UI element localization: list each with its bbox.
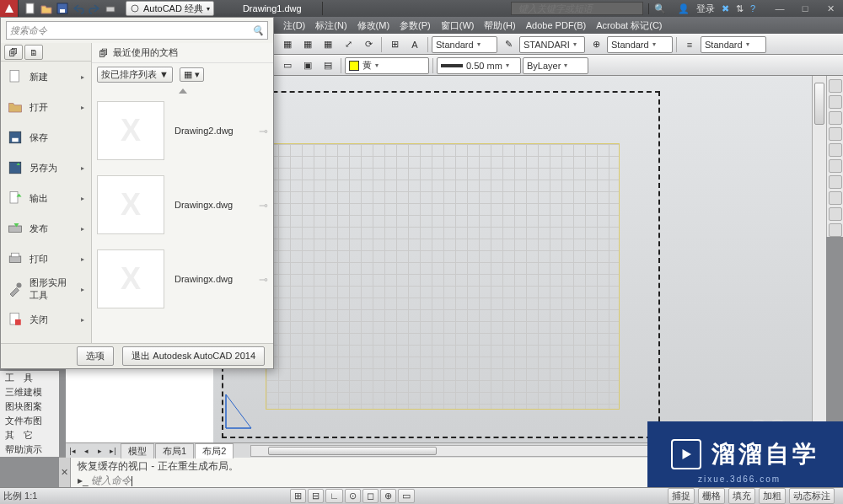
menu-save[interactable]: 保存 — [1, 122, 91, 153]
sort-selector[interactable]: 按已排序列表 ▼ — [97, 67, 173, 83]
tool-icon[interactable] — [829, 95, 842, 109]
tool-icon[interactable] — [829, 175, 842, 189]
menu-publish[interactable]: 发布▸ — [1, 213, 91, 244]
list-item[interactable]: 工 具 — [0, 371, 59, 385]
menu-annotate[interactable]: 标注(N) — [310, 18, 352, 34]
status-toggle[interactable]: ⊞ — [290, 489, 306, 503]
menu-window[interactable]: 窗口(W) — [436, 18, 480, 34]
view-selector[interactable]: ▦ ▾ — [180, 67, 204, 82]
lineweight-selector[interactable]: 0.50 mm▾ — [437, 57, 521, 74]
new-icon[interactable] — [24, 2, 37, 15]
tool-icon[interactable] — [829, 159, 842, 173]
tab-layout1[interactable]: 布局1 — [155, 443, 194, 458]
scroll-up[interactable] — [97, 85, 268, 94]
status-toggle[interactable]: ⊙ — [345, 489, 361, 503]
tool-icon[interactable]: ▭ — [278, 57, 297, 74]
open-docs-toggle[interactable]: 🗎 — [24, 45, 43, 60]
menu-close[interactable]: 关闭▸ — [1, 304, 91, 335]
vertical-scrollbar[interactable] — [812, 76, 826, 458]
tool-icon[interactable]: ▦ — [319, 36, 337, 53]
tab-prev[interactable]: ◂ — [79, 444, 93, 458]
help-search-input[interactable] — [511, 2, 643, 15]
status-toggle[interactable]: ▭ — [398, 489, 415, 503]
tool-icon[interactable]: ⊞ — [385, 36, 404, 53]
menu-param[interactable]: 参数(P) — [395, 18, 436, 34]
status-label[interactable]: 动态标注 — [789, 488, 835, 504]
tool-icon[interactable]: ▦ — [278, 36, 297, 53]
tool-icon[interactable] — [829, 191, 842, 205]
menu-adobe[interactable]: Adobe PDF(B) — [521, 19, 592, 32]
tool-icon[interactable] — [829, 111, 842, 125]
list-item[interactable]: 文件布图 — [0, 414, 59, 428]
tool-icon[interactable]: ✎ — [499, 36, 518, 53]
cloud-icon[interactable]: ⇅ — [736, 3, 744, 14]
menu-print[interactable]: 打印▸ — [1, 244, 91, 274]
status-toggle[interactable]: ⊕ — [380, 489, 396, 503]
status-toggle[interactable]: ∟ — [325, 489, 343, 503]
menu-export[interactable]: 输出▸ — [1, 183, 91, 213]
menu-new[interactable]: 新建▸ — [1, 62, 91, 92]
tool-icon[interactable]: A — [405, 36, 424, 53]
scale-label[interactable]: 比例 1:1 — [3, 490, 37, 502]
bylayer-selector[interactable]: ByLayer▾ — [523, 57, 588, 74]
menu-help[interactable]: 帮助(H) — [479, 18, 520, 34]
open-icon[interactable] — [40, 2, 53, 15]
recent-item[interactable]: X Drawingx.dwg ⊸ — [97, 242, 268, 316]
tool-icon[interactable] — [829, 143, 842, 157]
menu-dim[interactable]: 注(D) — [278, 18, 310, 34]
tool-icon[interactable] — [829, 79, 842, 93]
help-icon[interactable]: ? — [750, 3, 755, 13]
list-item[interactable]: 图块图案 — [0, 399, 59, 414]
minimize-button[interactable]: — — [767, 1, 792, 16]
redo-icon[interactable] — [88, 2, 101, 15]
undo-icon[interactable] — [72, 2, 85, 15]
tool-icon[interactable]: ⟳ — [359, 36, 378, 53]
command-input[interactable]: 键入命令 — [91, 475, 132, 486]
tab-first[interactable]: |◂ — [66, 444, 79, 458]
table-style-selector[interactable]: Standard▾ — [607, 36, 673, 53]
tool-icon[interactable] — [829, 223, 842, 237]
pin-icon[interactable]: ⊸ — [259, 199, 268, 212]
status-label[interactable]: 栅格 — [698, 488, 725, 504]
layer-selector[interactable]: 黄 ▾ — [345, 57, 429, 74]
doc-tab-active[interactable]: Drawing1.dwg — [223, 2, 323, 15]
menu-utilities[interactable]: 图形实用 工具▸ — [1, 274, 91, 304]
close-window-button[interactable]: ✕ — [818, 1, 843, 16]
status-toggle[interactable]: ◻ — [362, 489, 379, 503]
tool-icon[interactable]: ▣ — [298, 57, 317, 74]
search-go-icon[interactable]: 🔍 — [648, 3, 671, 14]
tab-layout2[interactable]: 布局2 — [195, 443, 234, 458]
plot-icon[interactable] — [104, 2, 117, 15]
menu-saveas[interactable]: 另存为▸ — [1, 153, 91, 183]
options-button[interactable]: 选项 — [77, 346, 114, 366]
menu-open[interactable]: 打开▸ — [1, 92, 91, 122]
status-label[interactable]: 捕捉 — [668, 488, 695, 504]
mleader-style-selector[interactable]: Standard▾ — [701, 36, 766, 53]
menu-modify[interactable]: 修改(M) — [352, 18, 395, 34]
tool-icon[interactable]: ⊕ — [587, 36, 605, 53]
command-search-input[interactable]: 搜索命令 🔍 — [6, 21, 268, 40]
menu-acrobat[interactable]: Acrobat 标记(C) — [591, 18, 667, 34]
pin-icon[interactable]: ⊸ — [259, 125, 268, 137]
exchange-icon[interactable]: ✖ — [722, 3, 729, 14]
login-label[interactable]: 登录 — [696, 3, 715, 15]
tool-icon[interactable]: ≡ — [680, 36, 699, 53]
tool-icon[interactable]: ▤ — [319, 57, 337, 74]
scrollbar-thumb[interactable] — [814, 83, 824, 125]
list-item[interactable]: 其 它 — [0, 428, 59, 442]
status-label[interactable]: 填充 — [728, 488, 755, 504]
status-toggle[interactable]: ⊟ — [308, 489, 324, 503]
tab-last[interactable]: ▸| — [106, 444, 120, 458]
save-icon[interactable] — [56, 2, 69, 15]
command-close-icon[interactable]: ✕ — [59, 458, 71, 487]
pin-icon[interactable]: ⊸ — [259, 273, 268, 286]
workspace-selector[interactable]: AutoCAD 经典 ▾ — [126, 1, 214, 16]
list-item[interactable]: 三维建模 — [0, 385, 59, 399]
tab-next[interactable]: ▸ — [93, 444, 106, 458]
exit-button[interactable]: 退出 Autodesk AutoCAD 2014 — [122, 346, 265, 366]
paper-space-viewport[interactable]: ⬭⬭ — [213, 76, 823, 449]
dim-style-selector[interactable]: STANDARI▾ — [519, 36, 585, 53]
recent-item[interactable]: X Drawing2.dwg ⊸ — [97, 94, 268, 168]
list-item[interactable]: 帮助演示 — [0, 442, 59, 457]
maximize-button[interactable]: □ — [792, 1, 818, 16]
